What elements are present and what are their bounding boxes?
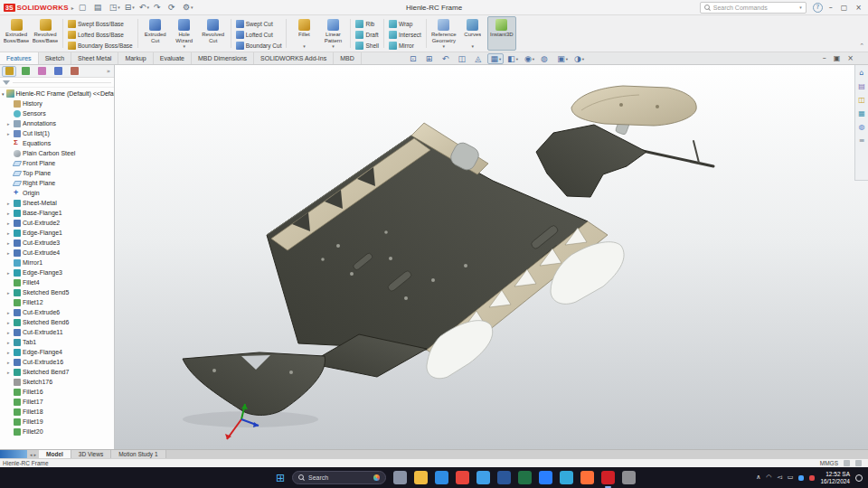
tree-item[interactable]: ▸ Cut-Extrude3 xyxy=(0,238,114,248)
panel-tab-dimxpertmanager[interactable] xyxy=(51,66,65,77)
front-suspension[interactable] xyxy=(536,116,713,197)
ribbon-tab[interactable]: Sheet Metal xyxy=(71,52,118,64)
maximize-button[interactable]: ▢ xyxy=(841,4,848,12)
tree-item[interactable]: ▸ Cut-Extrude2 xyxy=(0,218,114,228)
taskbar-app-chrome[interactable] xyxy=(456,471,469,484)
tree-item[interactable]: ▸ Sheet-Metal xyxy=(0,198,114,208)
task-pane-icon-appearances-scenes[interactable]: ◍ xyxy=(857,122,867,132)
qat-button-options[interactable]: ⚙ ▾ xyxy=(183,4,193,12)
tree-item[interactable]: ▸ Cut-Extrude11 xyxy=(0,327,114,337)
tree-item[interactable]: ▸ Sketched Bend6 xyxy=(0,317,114,327)
minimize-button[interactable]: – xyxy=(829,4,833,12)
expand-arrow-icon[interactable]: ▸ xyxy=(7,250,12,256)
panel-tab-displaymanager[interactable] xyxy=(67,66,81,77)
expand-arrow-icon[interactable]: ▸ xyxy=(7,270,12,276)
tree-item[interactable]: ▸ Right Plane xyxy=(0,178,114,188)
document-tab[interactable]: 3D Views xyxy=(71,450,111,458)
menu-flyout-arrow-icon[interactable]: ▸ xyxy=(71,5,74,11)
hud-button-hide-show-items[interactable]: ◉ ▾ xyxy=(522,53,537,64)
ribbon-button-hole-wizard[interactable]: Hole Wizard▾ xyxy=(170,16,199,51)
expand-arrow-icon[interactable]: ▸ xyxy=(7,320,12,325)
taskbar-app-solidworks[interactable] xyxy=(601,471,615,484)
ribbon-button-fillet[interactable]: Fillet▾ xyxy=(289,16,318,51)
expand-arrow-icon[interactable]: ▸ xyxy=(7,310,12,315)
expand-arrow-icon[interactable]: ▸ xyxy=(7,201,12,206)
tree-item[interactable]: ▸ Fillet12 xyxy=(0,297,114,307)
hud-button-display-style[interactable]: ◧ ▾ xyxy=(505,53,521,64)
taskbar-app-file-explorer[interactable] xyxy=(414,471,428,484)
tree-item[interactable]: ▸ Sketched Bend7 xyxy=(0,367,114,377)
tray-app-icon[interactable] xyxy=(798,475,804,481)
tree-item[interactable]: ▸ Cut-Extrude6 xyxy=(0,307,114,317)
ribbon-button-revolved-cut[interactable]: Revolved Cut▾ xyxy=(199,16,228,51)
tree-item[interactable]: ▸ Fillet17 xyxy=(0,397,114,407)
expand-arrow-icon[interactable]: ▸ xyxy=(7,290,12,296)
hud-button-edit-appearance[interactable]: ◍ ▾ xyxy=(538,53,553,64)
tree-item[interactable]: ▸ Edge-Flange3 xyxy=(0,267,114,277)
tree-item[interactable]: ▸ Fillet4 xyxy=(0,277,114,287)
tree-item[interactable]: ▸ Origin xyxy=(0,188,114,198)
tree-item[interactable]: ▸ Plain Carbon Steel xyxy=(0,148,114,158)
ribbon-tab[interactable]: Features xyxy=(0,52,39,64)
tree-item[interactable]: ▸ Cut-Extrude16 xyxy=(0,357,114,367)
collapse-arrow-icon[interactable]: ▾ xyxy=(2,91,5,97)
expand-arrow-icon[interactable]: ▸ xyxy=(7,221,12,226)
tree-item[interactable]: ▸ Cut list(1) xyxy=(0,128,114,138)
document-tab[interactable]: Model xyxy=(39,450,71,458)
command-search[interactable]: Search Commands ▾ xyxy=(700,2,807,14)
ribbon-button-curves[interactable]: Curves▾ xyxy=(458,16,487,51)
front-bumper[interactable] xyxy=(571,86,696,126)
task-pane-icon-design-library[interactable]: ▤ xyxy=(857,81,867,91)
taskbar-app-store[interactable] xyxy=(476,471,490,484)
ribbon-tab[interactable]: Evaluate xyxy=(154,52,192,64)
ribbon-button-lofted-boss-base[interactable]: Lofted Boss/Base xyxy=(66,30,135,40)
ribbon-button-reference-geometry[interactable]: Reference Geometry▾ xyxy=(429,16,458,51)
tree-item[interactable]: ▸ Base-Flange1 xyxy=(0,208,114,218)
taskbar-app-excel[interactable] xyxy=(518,471,532,484)
tree-item[interactable]: ▸ Annotations xyxy=(0,118,114,128)
ribbon-tab[interactable]: MBD xyxy=(334,52,362,64)
ribbon-button-boundary-boss-base[interactable]: Boundary Boss/Base xyxy=(66,41,135,51)
taskbar-search[interactable]: Search xyxy=(292,471,386,484)
ribbon-tab[interactable]: Markup xyxy=(118,52,153,64)
hud-button-section-view[interactable]: ◫ ▾ xyxy=(455,53,471,64)
search-dropdown-icon[interactable]: ▾ xyxy=(799,5,802,10)
tree-filter-row[interactable] xyxy=(0,78,114,88)
ribbon-button-wrap[interactable]: Wrap xyxy=(387,19,423,29)
expand-arrow-icon[interactable]: ▸ xyxy=(7,340,12,345)
ribbon-button-revolved-boss-base[interactable]: Revolved Boss/Base▾ xyxy=(31,16,60,51)
expand-arrow-icon[interactable]: ▸ xyxy=(7,230,12,236)
hud-button-apply-scene[interactable]: ▣ ▾ xyxy=(554,53,571,64)
document-close-button[interactable]: × xyxy=(847,54,854,62)
taskbar-app-task-view[interactable] xyxy=(393,471,407,484)
status-tool-icon[interactable] xyxy=(844,460,850,466)
close-button[interactable]: × xyxy=(855,4,862,12)
qat-button-open[interactable]: ▤ ▾ xyxy=(94,4,105,12)
hud-button-view-orientation[interactable]: ▦ ▾ xyxy=(487,53,504,64)
tree-item[interactable]: ▸ Tab1 xyxy=(0,337,114,347)
tree-item[interactable]: ▸ Front Plane xyxy=(0,158,114,168)
notification-bell-icon[interactable] xyxy=(855,474,863,482)
ribbon-button-shell[interactable]: Shell xyxy=(354,41,380,51)
tree-item[interactable]: ▸ Equations xyxy=(0,138,114,148)
ribbon-button-extruded-cut[interactable]: Extruded Cut▾ xyxy=(141,16,170,51)
tree-item[interactable]: ▸ History xyxy=(0,99,114,108)
qat-button-save[interactable]: ◳ ▾ xyxy=(109,4,120,12)
start-button[interactable]: ⊞ xyxy=(276,473,285,483)
tree-item[interactable]: ▸ Sketched Bend5 xyxy=(0,287,114,297)
qat-button-rebuild[interactable]: ⟳ ▾ xyxy=(168,4,178,12)
ribbon-button-swept-boss-base[interactable]: Swept Boss/Base xyxy=(66,19,135,29)
expand-arrow-icon[interactable]: ▸ xyxy=(7,370,12,375)
hud-button-view-settings[interactable]: ◑ ▾ xyxy=(571,53,587,64)
tree-item[interactable]: ▸ Fillet18 xyxy=(0,407,114,417)
tree-item[interactable]: ▸ Fillet20 xyxy=(0,427,114,436)
tray-icon-volume[interactable]: ◅ xyxy=(777,474,781,481)
3d-model[interactable] xyxy=(115,65,868,449)
ribbon-button-instant3d[interactable]: Instant3D▾ xyxy=(487,16,516,51)
tree-root[interactable]: ▾ Hienle-RC Frame (Default) <<Default xyxy=(0,88,114,99)
expand-arrow-icon[interactable]: ▸ xyxy=(7,350,12,355)
main-chassis-plate[interactable] xyxy=(267,136,588,350)
tab-scroll-left-icon[interactable]: ◂ xyxy=(30,452,33,457)
task-pane-icon-file-explorer[interactable]: ◫ xyxy=(857,95,867,105)
expand-arrow-icon[interactable]: ▸ xyxy=(7,211,12,216)
